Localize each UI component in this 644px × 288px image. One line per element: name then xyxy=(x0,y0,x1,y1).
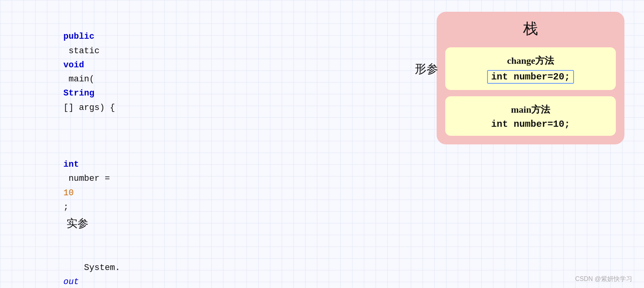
code-block-main: public static void main( String [] args)… xyxy=(12,16,425,288)
code-line-2: int number = 10 ; 实参 xyxy=(12,129,425,247)
code-line-3: System. out .println( "调用方法前number:" + n… xyxy=(12,247,425,288)
stack-container: 栈 change方法 int number=20; 形参 main方法 int … xyxy=(437,12,624,144)
code-line-1: public static void main( String [] args)… xyxy=(12,16,425,129)
main-card-title: main方法 xyxy=(454,103,607,116)
keyword-public: public xyxy=(63,32,94,41)
system-out-1: System. xyxy=(63,263,120,273)
semicolon-1: ; xyxy=(63,202,74,212)
label-shican: 实参 xyxy=(67,217,88,229)
change-card-title: change方法 xyxy=(454,54,607,67)
method-main: main( xyxy=(63,74,94,84)
change-card-code: int number=20; xyxy=(454,70,607,84)
xingcan-label-right: 形参 xyxy=(415,61,438,77)
main-container: public static void main( String [] args)… xyxy=(0,0,644,288)
main-card-code: int number=10; xyxy=(454,119,607,130)
keyword-void: void xyxy=(63,60,84,70)
out-italic-1: out xyxy=(63,277,79,287)
keyword-static: static xyxy=(63,46,105,56)
keyword-int: int xyxy=(63,160,79,169)
number-decl: number = xyxy=(63,174,115,184)
change-method-card: change方法 int number=20; 形参 xyxy=(445,47,616,90)
stack-title: 栈 xyxy=(445,19,616,39)
number-value-10: 10 xyxy=(63,188,74,198)
watermark: CSDN @紫妍快学习 xyxy=(575,275,632,283)
args-text: [] args) { xyxy=(63,103,115,113)
keyword-string: String xyxy=(63,88,94,98)
change-card-code-highlighted: int number=20; xyxy=(487,70,574,84)
stack-panel: 栈 change方法 int number=20; 形参 main方法 int … xyxy=(429,8,632,280)
main-method-section: public static void main( String [] args)… xyxy=(12,16,425,288)
indent-2 xyxy=(63,146,84,155)
code-panel: public static void main( String [] args)… xyxy=(12,8,429,280)
main-method-card: main方法 int number=10; xyxy=(445,96,616,136)
